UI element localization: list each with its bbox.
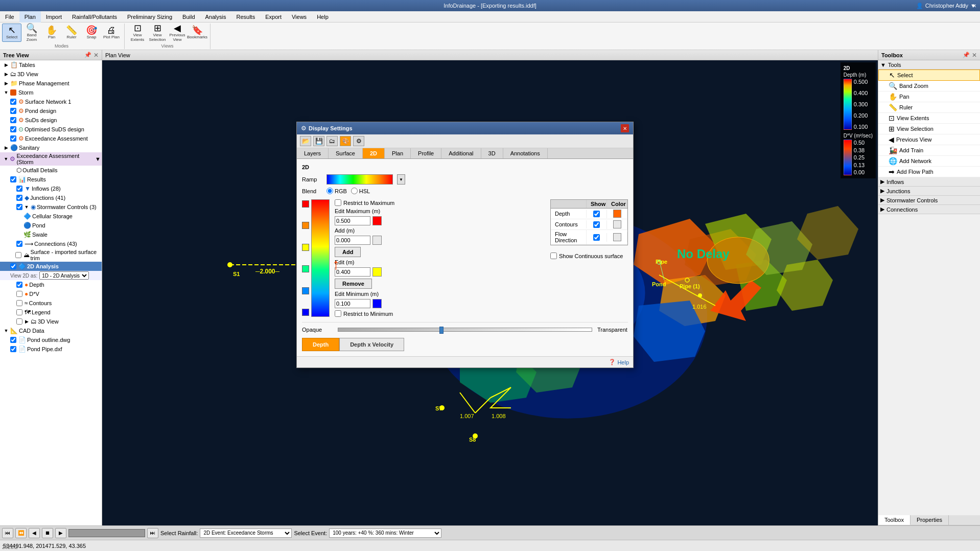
dialog-settings-icon[interactable]: ⚙ (353, 136, 364, 146)
menu-analysis[interactable]: Analysis (200, 11, 231, 22)
rgb-radio[interactable]: RGB (326, 188, 347, 194)
toolbox-junctions-header[interactable]: ▶ Junctions (878, 187, 980, 196)
maximize-button[interactable]: □ (958, 0, 969, 11)
toolbox-tools-header[interactable]: ▼ Tools (878, 60, 980, 70)
max-color-swatch[interactable] (302, 200, 309, 208)
close-button[interactable]: ✕ (969, 0, 980, 11)
flow-show-checkbox[interactable] (593, 234, 600, 241)
tree-close-button[interactable]: ✕ (94, 52, 99, 59)
restrict-min-checkbox[interactable] (335, 310, 341, 317)
flow-color-swatch[interactable] (613, 233, 621, 241)
inflows-checkbox[interactable] (16, 186, 22, 192)
contours-show-checkbox[interactable] (593, 221, 600, 228)
tab-layers[interactable]: Layers (297, 148, 329, 158)
view-selection-button[interactable]: ⊞ View Selection (148, 24, 167, 42)
expand-cad-icon[interactable]: ▼ (3, 328, 9, 334)
toolbox-pan-item[interactable]: ✋ Pan (878, 91, 980, 102)
3d-nested-checkbox[interactable] (16, 318, 22, 325)
restrict-max-checkbox[interactable] (335, 199, 341, 206)
expand-phase-icon[interactable]: ▶ (3, 80, 9, 86)
tree-item-legend[interactable]: 🗺 Legend (0, 308, 102, 317)
depth-x-velocity-button[interactable]: Depth x Velocity (339, 338, 404, 351)
surface-import-checkbox[interactable] (15, 252, 21, 258)
band-zoom-button[interactable]: 🔍 Band Zoom (22, 24, 41, 42)
tab-2d[interactable]: 2D (363, 148, 385, 158)
toolbox-view-extents-item[interactable]: ⊡ View Extents (878, 113, 980, 124)
tree-item-results[interactable]: 📊 Results (0, 175, 102, 184)
transparency-slider[interactable] (338, 328, 592, 332)
2d-analysis-checkbox[interactable] (10, 263, 16, 269)
tab-3d[interactable]: 3D (481, 148, 503, 158)
sc-flow-row[interactable]: Flow Direction (551, 230, 627, 245)
junctions-checkbox[interactable] (16, 195, 22, 201)
results-checkbox[interactable] (10, 176, 16, 182)
tree-item-pond-outline[interactable]: 📄 Pond outline.dwg (0, 335, 102, 345)
tree-item-pond-pipe[interactable]: 📄 Pond Pipe.dxf (0, 345, 102, 354)
toolbox-add-flow-path-item[interactable]: ➡ Add Flow Path (878, 167, 980, 177)
surface-network-checkbox[interactable] (10, 99, 16, 105)
stop-button[interactable]: ⏹ (42, 528, 53, 538)
help-button[interactable]: ❓ Help (609, 359, 629, 365)
tree-item-tables[interactable]: ▶ 📋 Tables (0, 60, 102, 70)
tree-item-3dview[interactable]: ▶ 🗂 3D View (0, 70, 102, 79)
dialog-color-icon[interactable]: 🎨 (340, 136, 351, 146)
dialog-close-button[interactable]: ✕ (621, 124, 629, 132)
tree-item-outfall[interactable]: ⬡ Outfall Details (0, 166, 102, 175)
dialog-open-icon[interactable]: 📂 (300, 136, 311, 146)
swc-checkbox[interactable] (16, 204, 22, 210)
tree-item-pond-design[interactable]: ⚙ Pond design (0, 106, 102, 116)
display-settings-dialog[interactable]: ⚙ Display Settings ✕ 📂 💾 🗂 🎨 ⚙ Layers S (296, 122, 634, 368)
play-beginning-button[interactable]: ⏮ (2, 528, 13, 538)
sc-contours-row[interactable]: Contours (551, 219, 627, 230)
toolbox-inflows-header[interactable]: ▶ Inflows (878, 177, 980, 187)
expand-storm-icon[interactable]: ▼ (3, 89, 9, 96)
tree-item-suds-design[interactable]: ⚙ SuDs design (0, 116, 102, 125)
tree-item-inflows[interactable]: ▼ Inflows (28) (0, 184, 102, 193)
opt-suds-checkbox[interactable] (10, 126, 16, 132)
edit-input[interactable] (335, 267, 370, 277)
legend-checkbox[interactable] (16, 309, 22, 315)
ruler-button[interactable]: 📏 Ruler (62, 24, 81, 42)
tree-item-junctions[interactable]: ◆ Junctions (41) (0, 193, 102, 202)
depth-checkbox[interactable] (16, 282, 22, 288)
menu-import[interactable]: Import (41, 11, 67, 22)
toolbox-pin-icon[interactable]: 📌 (963, 52, 970, 59)
ramp-bar[interactable] (326, 174, 393, 185)
mid-color-swatch[interactable] (302, 244, 309, 251)
tree-item-cellular[interactable]: 🔷 Cellular Storage (0, 212, 102, 221)
expand-3d-nested-icon[interactable]: ▶ (24, 318, 30, 325)
menu-views[interactable]: Views (287, 11, 312, 22)
tree-item-pond2[interactable]: 🔵 Pond (0, 221, 102, 230)
min-color-picker[interactable] (372, 299, 382, 308)
menu-build[interactable]: Build (177, 11, 200, 22)
min-color-swatch[interactable] (302, 287, 309, 294)
edit-max-input[interactable] (335, 216, 370, 225)
toolbox-ruler-item[interactable]: 📏 Ruler (878, 102, 980, 113)
tab-annotations[interactable]: Annotations (503, 148, 548, 158)
pond-pipe-checkbox[interactable] (10, 346, 16, 352)
toolbox-select-item[interactable]: ↖ Select (878, 70, 980, 81)
tree-item-exceed[interactable]: ⚙ Exceedance Assessment (0, 134, 102, 143)
view-2d-select[interactable]: 1D - 2D Analysis (39, 271, 89, 280)
tree-item-phase[interactable]: ▶ 📁 Phase Management (0, 79, 102, 88)
toolbox-band-zoom-item[interactable]: 🔍 Band Zoom (878, 81, 980, 91)
expand-3dview-icon[interactable]: ▶ (3, 71, 9, 77)
ramp-dropdown-button[interactable]: ▼ (397, 174, 405, 185)
contours-color-swatch[interactable] (613, 220, 621, 228)
toolbox-swc-header[interactable]: ▶ Stormwater Controls (878, 196, 980, 205)
tab-plan[interactable]: Plan (385, 148, 411, 158)
dialog-layer-icon[interactable]: 🗂 (326, 136, 338, 146)
event-dropdown[interactable]: 100 years: +40 %: 360 mins: Winter (329, 529, 441, 538)
mid-hi-color-swatch[interactable] (302, 222, 309, 229)
add-input[interactable] (335, 236, 370, 245)
continuous-surface-checkbox[interactable] (550, 252, 557, 259)
sc-depth-row[interactable]: Depth (551, 209, 627, 219)
expand-exceed-storm-icon[interactable]: ▼ (3, 156, 9, 162)
edit-min-input[interactable] (335, 299, 370, 308)
menu-file[interactable]: File (0, 11, 19, 22)
menu-plan[interactable]: Plan (19, 11, 41, 22)
tab-surface[interactable]: Surface (329, 148, 363, 158)
contours-checkbox[interactable] (16, 300, 22, 306)
tree-item-storm[interactable]: ▼ Storm (0, 88, 102, 97)
minimize-button[interactable]: ─ (946, 0, 958, 11)
